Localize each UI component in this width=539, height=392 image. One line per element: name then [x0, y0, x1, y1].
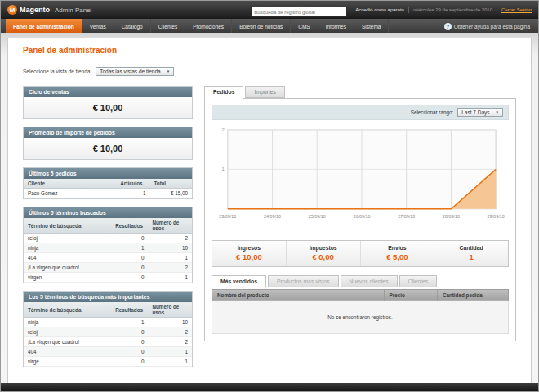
- table-row[interactable]: ninja 1 10: [24, 243, 192, 253]
- nav-item-promotions[interactable]: Promociones: [185, 19, 232, 33]
- nav-item-sales[interactable]: Ventas: [82, 19, 114, 33]
- table-row[interactable]: Paco Gomez 1 € 15,00: [24, 189, 192, 198]
- table-row[interactable]: ¡La virgen que cuadro! 0 2: [24, 263, 192, 273]
- table-cell: 0: [111, 234, 148, 243]
- store-view-label: Seleccione la vista de tienda:: [23, 69, 91, 74]
- header-row: Cliente Artículos Total: [24, 179, 192, 189]
- column-header: Resultados: [111, 302, 148, 318]
- svg-text:29/09/10: 29/09/10: [488, 214, 505, 219]
- average-orders-box: Promedio de importe de pedidos € 10,00: [23, 127, 193, 160]
- box-title: Los 5 términos de búsqueda más important…: [24, 292, 192, 302]
- table-cell: 404: [24, 347, 111, 357]
- store-view-select[interactable]: Todas las vistas de tienda ▼: [96, 67, 174, 76]
- help-icon: ?: [444, 23, 452, 30]
- content-area: Panel de administración Seleccione la vi…: [1, 33, 538, 385]
- empty-row: No se encontraron registros.: [212, 301, 509, 333]
- table-row[interactable]: reloj 0 2: [24, 234, 192, 243]
- table-row[interactable]: reloj 0 2: [24, 327, 192, 337]
- tab-pedidos[interactable]: Pedidos: [204, 86, 243, 99]
- top-search-terms-box: Los 5 términos de búsqueda más important…: [23, 291, 193, 368]
- divider: [497, 7, 497, 13]
- table-head: Nombre del producto Precio Cantidad pedi…: [212, 289, 509, 301]
- box-title: Promedio de importe de pedidos: [24, 127, 192, 138]
- table-cell: 2: [148, 337, 192, 347]
- nav-item-customers[interactable]: Clientes: [151, 19, 185, 33]
- table-cell: 1: [111, 243, 148, 253]
- table-row[interactable]: ¡La virgen que cuadro! 0 2: [24, 337, 192, 347]
- svg-text:28/09/10: 28/09/10: [443, 214, 460, 219]
- average-orders-value: € 10,00: [24, 138, 192, 159]
- table-cell: 0: [111, 357, 148, 367]
- table-cell: ¡La virgen que cuadro!: [24, 263, 111, 273]
- box-title: Últimos 5 pedidos: [24, 168, 192, 179]
- table-cell: € 15,00: [149, 189, 192, 198]
- chevron-down-icon: ▼: [496, 110, 499, 114]
- table-cell: 1: [148, 273, 192, 283]
- table-cell: 0: [111, 347, 148, 357]
- table-body: reloj 0 2 ninja 1 10 404 0: [24, 234, 192, 283]
- logged-in-text: Accedió como aparato: [355, 7, 404, 12]
- stat-impuestos: Impuestos € 0,00: [286, 241, 360, 266]
- stat-value: € 10,00: [214, 252, 284, 261]
- nav-item-system[interactable]: Sistema: [354, 19, 389, 33]
- table-cell: 10: [148, 243, 192, 253]
- stats-row: Ingresos € 10,00 Impuestos € 0,00 Envíos…: [212, 240, 509, 267]
- tab-nuevos-clientes[interactable]: Nuevos clientes: [341, 275, 398, 287]
- top-search-terms-table: Término de búsqueda Resultados Número de…: [24, 302, 192, 367]
- table-cell: 0: [111, 273, 148, 283]
- tab-productos-mas-vistos[interactable]: Productos más vistos: [268, 275, 339, 287]
- nav-item-cms[interactable]: CMS: [291, 19, 318, 33]
- header-row: Término de búsqueda Resultados Número de…: [24, 218, 192, 234]
- nav-item-dashboard[interactable]: Panel de administración: [6, 19, 82, 33]
- svg-text:2: 2: [222, 127, 225, 132]
- range-bar: Seleccionar rango: Last 7 Days ▼: [212, 105, 509, 120]
- help-label: Obtener ayuda para esta página: [454, 24, 530, 29]
- table-row[interactable]: ninja 1 10: [24, 318, 192, 327]
- right-column: Pedidos Importes Seleccionar rango: Last…: [204, 86, 516, 341]
- svg-text:26/09/10: 26/09/10: [353, 214, 370, 219]
- stat-cantidad: Cantidad 1: [434, 241, 508, 266]
- nav-item-newsletter[interactable]: Boletín de noticias: [232, 19, 291, 33]
- table-head: Término de búsqueda Resultados Número de…: [24, 302, 192, 318]
- empty-message: No se encontraron registros.: [212, 301, 509, 333]
- table-cell: Paco Gomez: [24, 189, 116, 198]
- nav-bar: Panel de administración Ventas Catálogo …: [1, 19, 538, 33]
- column-header: Artículos: [116, 179, 149, 189]
- global-search-input[interactable]: [251, 7, 347, 17]
- table-row[interactable]: virgen 0 1: [24, 273, 192, 283]
- date-text: miércoles 29 de septiembre de 2010: [413, 7, 492, 12]
- products-tabs: Más vendidos Productos más vistos Nuevos…: [212, 275, 509, 287]
- tab-importes[interactable]: Importes: [245, 86, 284, 98]
- table-head: Término de búsqueda Resultados Número de…: [24, 218, 192, 234]
- table-cell: 0: [111, 337, 148, 347]
- nav-item-catalog[interactable]: Catálogo: [114, 19, 151, 33]
- store-view-row: Seleccione la vista de tienda: Todas las…: [23, 67, 516, 76]
- table-cell: 2: [148, 263, 192, 273]
- stat-label: Envíos: [363, 245, 433, 251]
- box-title: Ciclo de ventas: [24, 87, 192, 97]
- table-cell: 1: [148, 347, 192, 357]
- table-cell: 1: [148, 357, 192, 367]
- svg-text:27/09/10: 27/09/10: [398, 214, 415, 219]
- table-cell: 2: [148, 327, 192, 337]
- tab-mas-vendidos[interactable]: Más vendidos: [212, 275, 266, 288]
- table-cell: 1: [116, 189, 149, 198]
- app-title: Admin Panel: [55, 7, 91, 14]
- table-row[interactable]: 404 0 1: [24, 253, 192, 263]
- table-row[interactable]: 404 0 1: [24, 347, 192, 357]
- nav-item-reports[interactable]: Informes: [318, 19, 354, 33]
- table-cell: ninja: [24, 243, 111, 253]
- svg-text:23/09/10: 23/09/10: [219, 214, 236, 219]
- last-search-terms-table: Término de búsqueda Resultados Número de…: [24, 218, 192, 283]
- last-orders-box: Últimos 5 pedidos Cliente Artículos Tota…: [23, 167, 193, 199]
- tab-clientes[interactable]: Clientes: [399, 275, 438, 287]
- table-row[interactable]: virge 0 1: [24, 357, 192, 367]
- magento-logo[interactable]: M Magento Admin Panel: [7, 5, 91, 15]
- logout-link[interactable]: Cerrar Sesión: [501, 7, 532, 12]
- svg-text:25/09/10: 25/09/10: [309, 214, 326, 219]
- table-cell: 0: [111, 253, 148, 263]
- orders-chart-svg: 1223/09/1024/09/1025/09/1026/09/1027/09/…: [213, 125, 507, 234]
- range-select[interactable]: Last 7 Days ▼: [457, 108, 503, 117]
- table-cell: 2: [148, 234, 192, 243]
- help-link[interactable]: ? Obtener ayuda para esta página: [444, 19, 533, 33]
